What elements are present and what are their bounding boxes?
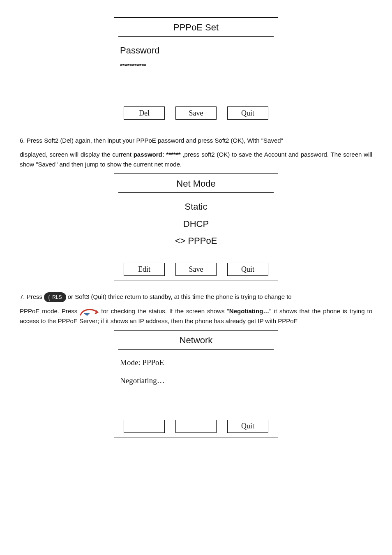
mode-line: Mode: PPPoE — [120, 356, 272, 369]
softkey-quit[interactable]: Quit — [227, 263, 268, 276]
mode-option-dhcp[interactable]: DHCP — [120, 217, 272, 231]
negotiating-bold-text: Negotiating… — [229, 308, 270, 314]
mode-option-pppoe[interactable]: <> PPPoE — [120, 234, 272, 248]
screen-body: Static DHCP <> PPPoE — [114, 193, 278, 260]
softkey-del[interactable]: Del — [124, 106, 165, 120]
text: 7. Press — [20, 293, 44, 300]
softkeys-row: Edit Save Quit — [114, 260, 278, 280]
password-bold-text: password: ****** — [134, 151, 181, 158]
softkey-save[interactable]: Save — [175, 263, 217, 276]
screen-title: PPPoE Set — [118, 18, 274, 37]
softkey-edit[interactable]: Edit — [124, 263, 165, 276]
screen-title: Network — [118, 331, 274, 349]
text: displayed, screen will display the curre… — [20, 151, 134, 158]
rls-key-label: RLS — [52, 294, 62, 300]
paragraph-step7-line2: PPPoE mode. Press for checking the statu… — [20, 306, 372, 326]
softkey-save[interactable]: Save — [175, 106, 217, 120]
text: PPPoE mode. Press — [20, 308, 80, 314]
password-label: Password — [120, 43, 272, 58]
password-value: *********** — [120, 61, 272, 71]
network-status-screen: Network Mode: PPPoE Negotiating… Quit — [114, 330, 278, 437]
screen-body: Mode: PPPoE Negotiating… — [114, 350, 278, 417]
paragraph-step6-line2: displayed, screen will display the curre… — [20, 150, 372, 169]
softkey-empty-2 — [175, 420, 217, 433]
text: for checking the status. If the screen s… — [101, 308, 229, 314]
paragraph-step6-line1: 6. Press Soft2 (Del) again, then input y… — [20, 136, 372, 146]
softkey-quit[interactable]: Quit — [227, 420, 268, 433]
screen-body: Password *********** — [114, 37, 278, 104]
softkeys-row: Del Save Quit — [114, 104, 278, 124]
mode-option-static[interactable]: Static — [120, 199, 272, 214]
rls-key-icon: (RLS — [44, 292, 66, 302]
net-mode-screen: Net Mode Static DHCP <> PPPoE Edit Save … — [114, 173, 278, 280]
softkeys-row: Quit — [114, 417, 278, 437]
softkey-quit[interactable]: Quit — [227, 106, 268, 120]
status-line: Negotiating… — [120, 375, 272, 387]
paragraph-step7-line1: 7. Press (RLS or Soft3 (Quit) thrice ret… — [20, 292, 372, 302]
text: or Soft3 (Quit) thrice return to standby… — [68, 293, 292, 300]
screen-title: Net Mode — [118, 174, 274, 193]
nav-arrow-key-icon — [80, 308, 99, 316]
pppoe-set-screen: PPPoE Set Password *********** Del Save … — [114, 17, 278, 124]
softkey-empty-1 — [124, 420, 165, 433]
